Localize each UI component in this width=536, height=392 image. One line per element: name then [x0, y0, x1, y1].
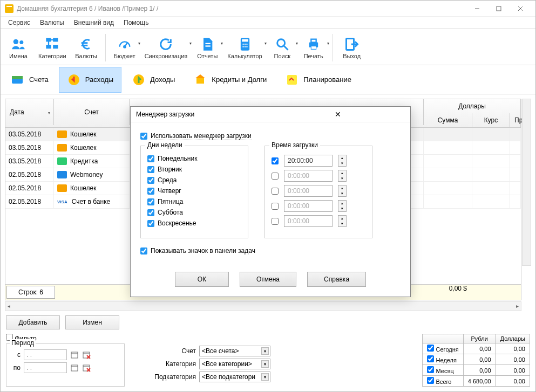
dialog-title: Менеджер загрузки: [136, 111, 270, 118]
day-checkbox[interactable]: [147, 155, 154, 162]
time-checkbox[interactable]: [272, 203, 279, 210]
spinner-down-icon: ▾: [338, 206, 346, 211]
time-spinner[interactable]: ▴▾: [338, 155, 347, 167]
day-label: Суббота: [158, 209, 183, 216]
download-manager-dialog: Менеджер загрузки ✕ Использовать менедже…: [130, 106, 411, 297]
tray-label: Показывать значок в панели задач: [151, 247, 255, 255]
use-manager-checkbox[interactable]: [140, 133, 147, 140]
modal-overlay: Менеджер загрузки ✕ Использовать менедже…: [1, 1, 535, 391]
day-checkbox[interactable]: [147, 177, 154, 184]
day-label: Среда: [158, 176, 177, 184]
spinner-up-icon: ▴: [338, 155, 346, 161]
days-fieldset: Дни недели ПонедельникВторникСредаЧетвер…: [140, 146, 248, 238]
time-spinner[interactable]: ▴▾: [338, 185, 347, 197]
time-input[interactable]: 0:00:00: [284, 185, 333, 197]
day-checkbox[interactable]: [147, 198, 154, 205]
day-label: Воскресенье: [158, 219, 196, 227]
time-legend: Время загрузки: [269, 141, 320, 149]
day-checkbox[interactable]: [147, 166, 154, 173]
cancel-button[interactable]: Отмена: [240, 272, 296, 287]
time-checkbox[interactable]: [272, 188, 279, 195]
time-spinner[interactable]: ▴▾: [338, 200, 347, 212]
time-input[interactable]: 0:00:00: [284, 200, 333, 212]
spinner-down-icon: ▾: [338, 221, 346, 226]
ok-button[interactable]: ОК: [175, 272, 229, 287]
tray-checkbox[interactable]: [140, 247, 147, 255]
day-checkbox[interactable]: [147, 188, 154, 195]
spinner-down-icon: ▾: [338, 191, 346, 196]
day-checkbox[interactable]: [147, 209, 154, 216]
day-label: Четверг: [158, 187, 181, 195]
time-checkbox[interactable]: [272, 157, 279, 164]
time-input[interactable]: 20:00:00: [284, 155, 333, 167]
dialog-close-button[interactable]: ✕: [270, 110, 405, 119]
spinner-down-icon: ▾: [338, 161, 346, 166]
spinner-up-icon: ▴: [338, 185, 346, 191]
time-input[interactable]: 0:00:00: [284, 170, 333, 182]
time-spinner[interactable]: ▴▾: [338, 215, 347, 227]
help-button[interactable]: Справка: [307, 272, 366, 287]
time-input[interactable]: 0:00:00: [284, 215, 333, 227]
spinner-down-icon: ▾: [338, 176, 346, 181]
days-legend: Дни недели: [145, 141, 185, 149]
spinner-up-icon: ▴: [338, 201, 346, 206]
day-label: Вторник: [158, 166, 182, 173]
dialog-titlebar: Менеджер загрузки ✕: [131, 107, 410, 122]
time-checkbox[interactable]: [272, 173, 279, 180]
day-checkbox[interactable]: [147, 220, 154, 227]
day-label: Пятница: [158, 198, 184, 205]
spinner-up-icon: ▴: [338, 216, 346, 221]
time-checkbox[interactable]: [272, 218, 279, 225]
spinner-up-icon: ▴: [338, 170, 346, 176]
time-fieldset: Время загрузки 20:00:00 ▴▾ 0:00:00 ▴▾ 0:…: [264, 146, 372, 238]
time-spinner[interactable]: ▴▾: [338, 170, 347, 182]
use-manager-label: Использовать менеджер загрузки: [151, 132, 252, 140]
day-label: Понедельник: [158, 155, 197, 162]
